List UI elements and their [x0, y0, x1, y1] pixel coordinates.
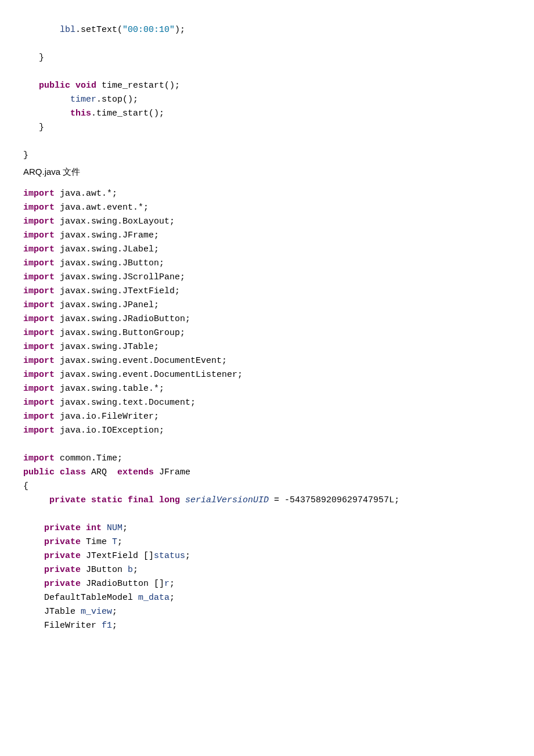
field-name: T	[112, 537, 117, 547]
keyword: import	[23, 189, 55, 199]
code-token: JTable	[44, 607, 81, 617]
code-token: }	[23, 123, 44, 132]
code-token: javax.swing.JTable;	[55, 342, 159, 352]
code-token: java.awt.event.*;	[55, 203, 149, 213]
keyword: import	[23, 356, 55, 366]
code-token: ;	[169, 593, 175, 603]
keyword: private	[44, 565, 81, 575]
keyword: import	[23, 244, 55, 254]
keyword: import	[23, 412, 55, 422]
keyword: import	[23, 370, 55, 380]
code-token: JRadioButton []	[81, 579, 164, 589]
code-token: JTextField []	[81, 551, 154, 561]
code-token: javax.swing.JFrame;	[55, 231, 159, 240]
code-token: {	[23, 481, 28, 491]
keyword: private int	[44, 523, 102, 533]
field-name: NUM	[102, 523, 122, 533]
field-name: f1	[102, 621, 112, 631]
string-literal: "00:00:10"	[122, 25, 175, 35]
code-token: ;	[169, 579, 175, 589]
code-token: javax.swing.text.Document;	[55, 398, 196, 408]
code-token: }	[23, 53, 44, 63]
code-token: ;	[112, 621, 117, 631]
code-token: = -5437589209629747957L;	[269, 495, 399, 505]
code-token: java.awt.*;	[55, 189, 117, 199]
keyword: import	[23, 328, 55, 338]
field-name: m_data	[138, 593, 169, 603]
field-name: r	[164, 579, 169, 589]
keyword: import	[23, 272, 55, 282]
code-token: time_restart();	[96, 81, 180, 91]
code-token: javax.swing.JRadioButton;	[55, 314, 190, 324]
code-token: }	[23, 150, 28, 160]
keyword: private	[44, 537, 81, 547]
code-token: );	[175, 25, 185, 35]
keyword: import	[23, 342, 55, 352]
keyword: import	[23, 314, 55, 324]
code-token: javax.swing.event.DocumentListener;	[55, 370, 243, 380]
code-token: ;	[185, 551, 190, 561]
keyword: import	[23, 286, 55, 296]
code-token: javax.swing.JLabel;	[55, 244, 159, 254]
code-token: javax.swing.ButtonGroup;	[55, 328, 185, 338]
code-token: .time_start();	[91, 109, 164, 118]
field-name: serialVersionUID	[180, 495, 269, 505]
file-caption: ARQ.java 文件	[23, 165, 511, 179]
code-token: Time	[81, 537, 112, 547]
code-token: javax.swing.JScrollPane;	[55, 272, 185, 282]
keyword: this	[70, 109, 91, 118]
field-name: m_view	[81, 607, 112, 617]
code-token: FileWriter	[44, 621, 102, 631]
code-token: javax.swing.JPanel;	[55, 300, 159, 310]
code-token: common.Time;	[55, 453, 122, 463]
code-token: .stop();	[96, 95, 138, 105]
keyword: import	[23, 453, 55, 463]
code-token: ;	[117, 537, 122, 547]
keyword: import	[23, 231, 55, 240]
code-token: ;	[133, 565, 138, 575]
code-token: javax.swing.JButton;	[55, 258, 164, 268]
code-token: timer	[70, 95, 96, 105]
keyword: import	[23, 426, 55, 435]
keyword: import	[23, 300, 55, 310]
keyword: public void	[39, 81, 96, 91]
keyword: import	[23, 203, 55, 213]
code-token: .setText(	[75, 25, 122, 35]
field-name: status	[154, 551, 185, 561]
code-token: lbl	[60, 25, 75, 35]
code-token: JFrame	[154, 467, 190, 477]
keyword: private static final long	[49, 495, 180, 505]
keyword: import	[23, 217, 55, 226]
code-token: javax.swing.event.DocumentEvent;	[55, 356, 227, 366]
code-token: DefaultTableModel	[44, 593, 138, 603]
keyword: import	[23, 398, 55, 408]
code-token: ;	[122, 523, 128, 533]
code-token: JButton	[81, 565, 128, 575]
keyword: private	[44, 579, 81, 589]
keyword: extends	[117, 467, 154, 477]
field-name: b	[128, 565, 133, 575]
code-token: ;	[112, 607, 117, 617]
code-token: javax.swing.JTextField;	[55, 286, 180, 296]
keyword: private	[44, 551, 81, 561]
keyword: import	[23, 258, 55, 268]
code-token: javax.swing.table.*;	[55, 384, 164, 394]
code-token: ARQ	[86, 467, 117, 477]
keyword: import	[23, 384, 55, 394]
code-token: javax.swing.BoxLayout;	[55, 217, 175, 226]
code-token: java.io.FileWriter;	[55, 412, 159, 422]
code-block-top: lbl.setText("00:00:10"); } public void t…	[23, 23, 511, 163]
code-block-main: import java.awt.*; import java.awt.event…	[23, 187, 511, 633]
code-token: java.io.IOException;	[55, 426, 164, 435]
keyword: public class	[23, 467, 86, 477]
